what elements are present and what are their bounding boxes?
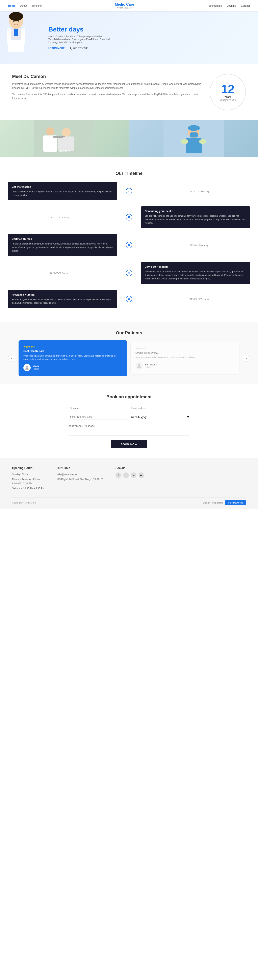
form-row-2 (68, 414, 190, 420)
timeline-item-1: Get the vaccine Donec facilisis urna dui… (8, 182, 250, 200)
images-row: Vaccination (0, 120, 258, 163)
patient-name-tag: Marie Patient (24, 364, 122, 371)
svg-rect-25 (188, 128, 200, 129)
nav-contact[interactable]: Contact (241, 4, 250, 7)
nav-links: Home About Timeline (8, 4, 42, 7)
patient-stars-secondary: ★★★☆☆ (135, 347, 234, 350)
timeline-card-consulting: Consulting your health You are fully per… (141, 206, 250, 228)
timeline-card-nurses: Certified Nurses Phasellus eleifend urna… (8, 234, 117, 256)
twitter-icon[interactable]: t (123, 473, 129, 478)
footer-clinic-address: 123 Digital Art Street, San Diego, CA 92… (57, 477, 103, 481)
hero-links: LEARN MORE 📞010.020-0340 (48, 47, 250, 50)
patient-name-tag-secondary: Ben Wallis Patient (135, 362, 234, 369)
timeline-card-covid-text: Fusce vestibulum euismod nulla sed ultri… (145, 270, 246, 281)
svg-rect-4 (7, 29, 11, 45)
patient-stars-featured: ★★★★☆ (24, 345, 122, 348)
hero-section: Better days Medic Care is a Bootstrap 5 … (0, 11, 258, 64)
hero-heading: Better days (48, 25, 250, 33)
form-group-message (68, 423, 190, 436)
footer-clinic: Our Clinic hello@company.us 123 Digital … (57, 466, 103, 492)
patients-section: Our Patients ‹ ★★★★☆ Best Health Care Ph… (0, 322, 258, 384)
timeline-item-4: 2021-05-30 Sunday Covid-19 Hospitals Fus… (8, 262, 250, 284)
form-group-name (68, 406, 127, 411)
footer-hours-title: Opening Hours (12, 466, 44, 469)
date-input[interactable] (131, 414, 190, 420)
footer-design-credit: Design: TemplateMo (203, 501, 223, 504)
meet-section: Meet Dr. Carson Protect yourself and oth… (0, 64, 258, 120)
meet-para1: Protect yourself and others by wearing m… (12, 82, 201, 90)
timeline-card-covid-title: Covid-19 Hospitals (145, 265, 246, 268)
timeline-date-1: 2021-07-31 Saturday (188, 190, 209, 192)
svg-rect-5 (21, 29, 25, 45)
svg-rect-21 (186, 138, 202, 153)
hero-content: Better days Medic Care is a Bootstrap 5 … (44, 18, 258, 58)
brand-name: Medic Care (115, 2, 134, 7)
copyright-text: Copyright © Medic Care (12, 501, 36, 504)
svg-point-11 (62, 128, 71, 137)
footer-bottom: Copyright © Medic Care Design: TemplateM… (12, 497, 246, 505)
booking-title: Book an appointment (16, 394, 242, 399)
timeline-date-3: 2021-06-28 Monday (188, 244, 208, 247)
patient-avatar-marie (24, 364, 31, 371)
timeline-card-vaccine-title: Get the vaccine (12, 185, 113, 188)
svg-point-13 (46, 127, 54, 135)
form-group-date (131, 414, 190, 420)
footer-socials: Socials f t in ▶ (116, 466, 144, 492)
svg-point-9 (18, 21, 19, 22)
footer-top: Opening Hours Sunday: Closed Monday, Tue… (12, 466, 246, 492)
footer-clinic-email[interactable]: hello@company.us (57, 473, 103, 476)
footer-socials-title: Socials (116, 466, 144, 469)
free-download-button[interactable]: Free Download (225, 500, 246, 505)
svg-point-26 (128, 272, 130, 274)
patient-role-marie: Patient (33, 368, 39, 370)
timeline-date-2: 2021-07-15 Thursday (48, 216, 70, 219)
timeline-card-nurses-text: Phasellus eleifend urna interdum congue … (12, 242, 113, 253)
timeline-dot-5 (126, 296, 132, 302)
patients-carousel: ‹ ★★★★☆ Best Health Care Phasellus ligul… (8, 340, 250, 376)
patient-card-secondary-title: Doctor cares every... (135, 351, 234, 354)
patient-card-title: Best Health Care (24, 350, 122, 353)
linkedin-icon[interactable]: in (131, 473, 136, 478)
full-name-input[interactable] (68, 406, 127, 411)
carousel-next-button[interactable]: › (243, 355, 250, 362)
timeline-item-2: 2021-07-15 Thursday Consulting your heal… (8, 206, 250, 228)
message-textarea[interactable] (68, 423, 190, 436)
navbar: Home About Timeline Medic Care Health Sp… (0, 0, 258, 11)
timeline-item-5: Freelance Nursing Phasellus ligula ante,… (8, 290, 250, 308)
book-now-button[interactable]: BOOK NOW (111, 440, 147, 448)
learn-more-link[interactable]: LEARN MORE (48, 47, 65, 50)
facebook-icon[interactable]: f (116, 473, 121, 478)
email-input[interactable] (131, 406, 190, 411)
carousel-prev-button[interactable]: ‹ (8, 355, 15, 362)
brand: Medic Care Health Specialist (115, 2, 134, 9)
timeline-section: Our Timeline Get the vaccine Donec facil… (0, 163, 258, 322)
timeline-dot-3 (126, 242, 132, 248)
hero-phone: 📞010.020-0340 (70, 47, 88, 50)
footer-brand: Design: TemplateMo Free Download (203, 500, 246, 505)
svg-point-7 (9, 12, 23, 21)
nav-booking[interactable]: Booking (226, 4, 236, 7)
svg-text:Vaccination: Vaccination (59, 150, 70, 152)
phone-input[interactable] (68, 414, 127, 420)
nav-about[interactable]: About (20, 4, 27, 7)
timeline-card-vaccine-text: Donec facilisis urna dui, a dignissim ma… (12, 190, 113, 197)
form-group-phone (68, 414, 127, 420)
patients-title: Our Patients (8, 330, 250, 336)
nav-timeline[interactable]: Timeline (32, 4, 42, 7)
form-group-email (131, 406, 190, 411)
footer-clinic-title: Our Clinic (57, 466, 103, 469)
svg-rect-20 (190, 132, 198, 137)
nav-testimonials[interactable]: Testimonials (207, 4, 222, 7)
hero-doctor-image (0, 11, 40, 64)
form-row-1 (68, 406, 190, 411)
timeline-date-4: 2021-05-30 Sunday (50, 272, 70, 274)
svg-rect-3 (14, 28, 18, 36)
patient-info-ben: Ben Wallis Patient (145, 363, 157, 368)
image-block-left: Vaccination (0, 120, 128, 157)
timeline-dot-4 (126, 270, 132, 276)
nav-home[interactable]: Home (8, 4, 15, 7)
patient-card-secondary: ★★★☆☆ Doctor cares every... Maecenas eui… (130, 342, 239, 374)
youtube-icon[interactable]: ▶ (138, 473, 144, 478)
experience-years-label: Years (224, 95, 231, 98)
nav-links-right: Testimonials Booking Contact (207, 4, 250, 7)
